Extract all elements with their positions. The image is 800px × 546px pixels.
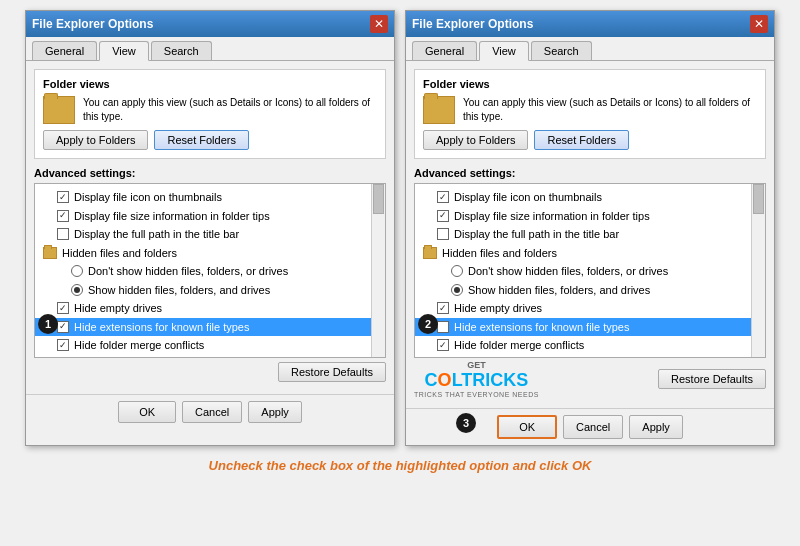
tab-search-2[interactable]: Search <box>531 41 592 60</box>
setting-7-1[interactable]: Hide extensions for known file types <box>35 318 385 337</box>
setting-8-1[interactable]: Hide folder merge conflicts <box>35 336 385 355</box>
checkbox-8-2[interactable] <box>437 339 449 351</box>
scrollbar-2[interactable] <box>751 184 765 357</box>
apply-btn-2[interactable]: Apply <box>629 415 683 439</box>
checkbox-6-1[interactable] <box>57 302 69 314</box>
cancel-btn-1[interactable]: Cancel <box>182 401 242 423</box>
setting-1-1[interactable]: Display file size information in folder … <box>35 207 385 226</box>
watermark-name: COLTRICKS <box>425 370 529 391</box>
radio-5-2[interactable] <box>451 284 463 296</box>
tab-general-2[interactable]: General <box>412 41 477 60</box>
title-1: File Explorer Options <box>32 17 153 31</box>
scrollbar-thumb-2[interactable] <box>753 184 764 214</box>
apply-to-folders-btn-1[interactable]: Apply to Folders <box>43 130 148 150</box>
setting-8-2[interactable]: Hide folder merge conflicts <box>415 336 765 355</box>
setting-label-8-2: Hide folder merge conflicts <box>454 337 584 354</box>
reset-folders-btn-1[interactable]: Reset Folders <box>154 130 248 150</box>
dialog-2: 2 File Explorer Options ✕ General View S… <box>405 10 775 446</box>
radio-4-2[interactable] <box>451 265 463 277</box>
setting-0-1[interactable]: Display file icon on thumbnails <box>35 188 385 207</box>
restore-defaults-btn-2[interactable]: Restore Defaults <box>658 369 766 389</box>
setting-label-5-1: Show hidden files, folders, and drives <box>88 282 270 299</box>
setting-label-4-2: Don't show hidden files, folders, or dri… <box>468 263 668 280</box>
setting-0-2[interactable]: Display file icon on thumbnails <box>415 188 765 207</box>
setting-3-1: Hidden files and folders <box>35 244 385 263</box>
checkbox-7-2[interactable] <box>437 321 449 333</box>
setting-4-1[interactable]: Don't show hidden files, folders, or dri… <box>35 262 385 281</box>
tab-search-1[interactable]: Search <box>151 41 212 60</box>
folder-icon-1 <box>43 96 75 124</box>
setting-2-1[interactable]: Display the full path in the title bar <box>35 225 385 244</box>
apply-btn-1[interactable]: Apply <box>248 401 302 423</box>
setting-label-7-2: Hide extensions for known file types <box>454 319 629 336</box>
setting-label-3-1: Hidden files and folders <box>62 245 177 262</box>
setting-label-9-2: Hide protected operating system files (R… <box>454 356 720 359</box>
setting-label-9-1: Hide protected operating system files (R… <box>74 356 340 359</box>
checkbox-0-1[interactable] <box>57 191 69 203</box>
title-bar-2: File Explorer Options ✕ <box>406 11 774 37</box>
cancel-btn-2[interactable]: Cancel <box>563 415 623 439</box>
setting-label-0-2: Display file icon on thumbnails <box>454 189 602 206</box>
settings-list-2[interactable]: Display file icon on thumbnails Display … <box>414 183 766 358</box>
setting-2-2[interactable]: Display the full path in the title bar <box>415 225 765 244</box>
folder-views-1: Folder views You can apply this view (su… <box>34 69 386 159</box>
setting-1-2[interactable]: Display file size information in folder … <box>415 207 765 226</box>
checkbox-1-1[interactable] <box>57 210 69 222</box>
checkbox-1-2[interactable] <box>437 210 449 222</box>
setting-9-2[interactable]: Hide protected operating system files (R… <box>415 355 765 359</box>
setting-label-3-2: Hidden files and folders <box>442 245 557 262</box>
folder-item-icon-2 <box>423 247 437 259</box>
checkbox-8-1[interactable] <box>57 339 69 351</box>
tab-view-2[interactable]: View <box>479 41 529 61</box>
step-badge-3: 3 <box>456 413 476 433</box>
step-badge-1: 1 <box>38 314 58 334</box>
scrollbar-1[interactable] <box>371 184 385 357</box>
setting-label-1-1: Display file size information in folder … <box>74 208 270 225</box>
checkbox-2-2[interactable] <box>437 228 449 240</box>
title-2: File Explorer Options <box>412 17 533 31</box>
tab-general-1[interactable]: General <box>32 41 97 60</box>
setting-label-2-2: Display the full path in the title bar <box>454 226 619 243</box>
reset-folders-btn-2[interactable]: Reset Folders <box>534 130 628 150</box>
folder-desc-2: You can apply this view (such as Details… <box>463 96 757 124</box>
setting-label-6-2: Hide empty drives <box>454 300 542 317</box>
setting-5-2[interactable]: Show hidden files, folders, and drives <box>415 281 765 300</box>
folder-icon-2 <box>423 96 455 124</box>
radio-5-1[interactable] <box>71 284 83 296</box>
folder-views-content-1: You can apply this view (such as Details… <box>43 96 377 124</box>
setting-9-1[interactable]: Hide protected operating system files (R… <box>35 355 385 359</box>
settings-list-1[interactable]: Display file icon on thumbnails Display … <box>34 183 386 358</box>
ok-btn-1[interactable]: OK <box>118 401 176 423</box>
checkbox-0-2[interactable] <box>437 191 449 203</box>
tab-bar-2: General View Search <box>406 37 774 61</box>
watermark: GET COLTRICKS TRICKS THAT EVERYONE NEEDS <box>414 360 539 398</box>
setting-6-1[interactable]: Hide empty drives <box>35 299 385 318</box>
watermark-cool-o: O <box>438 370 452 391</box>
setting-5-1[interactable]: Show hidden files, folders, and drives <box>35 281 385 300</box>
radio-4-1[interactable] <box>71 265 83 277</box>
checkbox-7-1[interactable] <box>57 321 69 333</box>
folder-views-2: Folder views You can apply this view (su… <box>414 69 766 159</box>
setting-7-2[interactable]: Hide extensions for known file types <box>415 318 765 337</box>
folder-desc-1: You can apply this view (such as Details… <box>83 96 377 124</box>
watermark-cool-c: C <box>425 370 438 391</box>
dialogs-container: 1 File Explorer Options ✕ General View S… <box>10 10 790 446</box>
setting-label-6-1: Hide empty drives <box>74 300 162 317</box>
scrollbar-thumb-1[interactable] <box>373 184 384 214</box>
setting-label-0-1: Display file icon on thumbnails <box>74 189 222 206</box>
apply-to-folders-btn-2[interactable]: Apply to Folders <box>423 130 528 150</box>
dialog-1: 1 File Explorer Options ✕ General View S… <box>25 10 395 446</box>
close-btn-2[interactable]: ✕ <box>750 15 768 33</box>
watermark-tagline: TRICKS THAT EVERYONE NEEDS <box>414 391 539 398</box>
restore-defaults-btn-1[interactable]: Restore Defaults <box>278 362 386 382</box>
folder-views-label-1: Folder views <box>43 78 377 90</box>
checkbox-6-2[interactable] <box>437 302 449 314</box>
tab-view-1[interactable]: View <box>99 41 149 61</box>
step-badge-2: 2 <box>418 314 438 334</box>
setting-4-2[interactable]: Don't show hidden files, folders, or dri… <box>415 262 765 281</box>
checkbox-2-1[interactable] <box>57 228 69 240</box>
ok-btn-2[interactable]: OK <box>497 415 557 439</box>
caption: Uncheck the check box of the highlighted… <box>209 458 592 473</box>
close-btn-1[interactable]: ✕ <box>370 15 388 33</box>
setting-6-2[interactable]: Hide empty drives <box>415 299 765 318</box>
